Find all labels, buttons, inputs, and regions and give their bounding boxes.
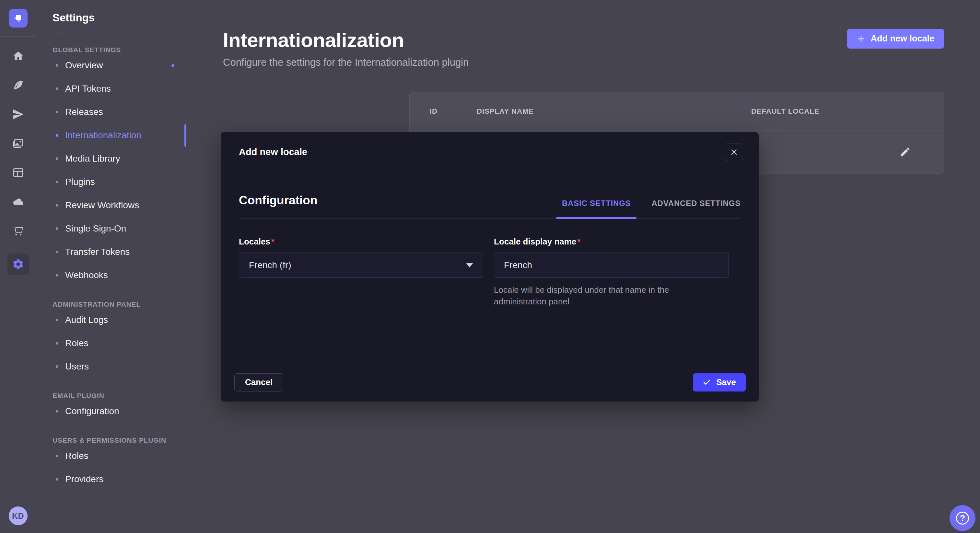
- configuration-header: Configuration BASIC SETTINGS ADVANCED SE…: [239, 194, 740, 219]
- add-new-locale-button[interactable]: Add new locale: [847, 29, 944, 49]
- sidebar-item-label: Overview: [65, 60, 103, 71]
- home-icon[interactable]: [12, 49, 25, 62]
- bullet-icon: [56, 410, 58, 412]
- locales-field: Locales* French (fr): [239, 237, 483, 307]
- section-administration-panel: ADMINISTRATION PANEL Audit Logs Roles Us…: [52, 300, 178, 378]
- column-header-display-name: DISPLAY NAME: [477, 107, 751, 116]
- page-header: Internationalization Configure the setti…: [186, 0, 980, 68]
- column-header-default-locale: DEFAULT LOCALE: [751, 107, 944, 116]
- display-name-input[interactable]: [504, 260, 719, 270]
- close-icon: [730, 148, 738, 156]
- display-name-field: Locale display name* Locale will be disp…: [494, 237, 729, 307]
- sidebar-item-label: Providers: [65, 474, 103, 484]
- sidebar-item-label: Transfer Tokens: [65, 247, 130, 257]
- rail-bottom-divider: [0, 499, 36, 499]
- bullet-icon: [56, 478, 58, 481]
- sidebar-item-plugins[interactable]: Plugins: [52, 170, 178, 194]
- save-button[interactable]: Save: [693, 373, 746, 392]
- sidebar-item-api-tokens[interactable]: API Tokens: [52, 77, 178, 100]
- media-library-icon[interactable]: [12, 137, 25, 150]
- cloud-icon[interactable]: [12, 195, 25, 208]
- settings-gear-icon[interactable]: [8, 254, 29, 275]
- required-asterisk: *: [271, 237, 275, 246]
- bullet-icon: [56, 227, 58, 230]
- modal-header: Add new locale: [221, 132, 759, 172]
- sidebar-item-label: Users: [65, 362, 89, 372]
- section-users-permissions-plugin: USERS & PERMISSIONS PLUGIN Roles Provide…: [52, 436, 178, 491]
- settings-subnav: Settings GLOBAL SETTINGS Overview API To…: [36, 0, 186, 533]
- tab-advanced-settings[interactable]: ADVANCED SETTINGS: [651, 199, 740, 218]
- cancel-button[interactable]: Cancel: [234, 373, 283, 392]
- sidebar-item-email-configuration[interactable]: Configuration: [52, 400, 178, 423]
- locales-select[interactable]: French (fr): [239, 252, 483, 278]
- bullet-icon: [56, 251, 58, 253]
- bullet-icon: [56, 342, 58, 344]
- sidebar-item-media-library[interactable]: Media Library: [52, 147, 178, 170]
- section-label: EMAIL PLUGIN: [52, 392, 178, 400]
- sidebar-item-webhooks[interactable]: Webhooks: [52, 263, 178, 287]
- content-feather-icon[interactable]: [12, 79, 25, 92]
- sidebar-item-review-workflows[interactable]: Review Workflows: [52, 194, 178, 217]
- sidebar-item-up-providers[interactable]: Providers: [52, 468, 178, 491]
- sidebar-item-audit-logs[interactable]: Audit Logs: [52, 308, 178, 332]
- configuration-title: Configuration: [239, 194, 318, 218]
- bullet-icon: [56, 204, 58, 206]
- display-name-input-wrap: [494, 252, 729, 278]
- section-email-plugin: EMAIL PLUGIN Configuration: [52, 392, 178, 423]
- section-label: USERS & PERMISSIONS PLUGIN: [52, 436, 178, 444]
- settings-title-divider: [52, 32, 68, 32]
- help-button[interactable]: ?: [950, 505, 975, 531]
- layout-icon[interactable]: [12, 166, 25, 179]
- rail-divider: [0, 36, 36, 36]
- strapi-logo-icon: [12, 12, 25, 25]
- sidebar-item-label: Plugins: [65, 177, 95, 187]
- sidebar-item-up-roles[interactable]: Roles: [52, 444, 178, 468]
- check-icon: [703, 378, 711, 387]
- bullet-icon: [56, 181, 58, 183]
- icon-rail: KD: [0, 0, 36, 533]
- bullet-icon: [56, 64, 58, 67]
- strapi-logo[interactable]: [9, 9, 27, 27]
- sidebar-item-label: Webhooks: [65, 270, 108, 281]
- table-header-row: ID DISPLAY NAME DEFAULT LOCALE: [410, 92, 944, 130]
- save-button-label: Save: [716, 377, 736, 387]
- locales-label: Locales*: [239, 237, 275, 246]
- overview-notification-dot: [172, 64, 174, 67]
- bullet-icon: [56, 274, 58, 276]
- sidebar-item-admin-users[interactable]: Users: [52, 355, 178, 378]
- question-icon: ?: [956, 512, 969, 525]
- sidebar-item-releases[interactable]: Releases: [52, 100, 178, 124]
- bullet-icon: [56, 319, 58, 321]
- modal-close-button[interactable]: [725, 143, 743, 161]
- sidebar-item-single-sign-on[interactable]: Single Sign-On: [52, 217, 178, 240]
- send-icon[interactable]: [12, 108, 25, 121]
- chevron-down-icon: [466, 263, 473, 268]
- sidebar-item-label: API Tokens: [65, 84, 111, 94]
- column-header-id: ID: [430, 107, 477, 116]
- sidebar-item-admin-roles[interactable]: Roles: [52, 332, 178, 355]
- edit-locale-button[interactable]: [899, 145, 912, 159]
- bullet-icon: [56, 87, 58, 90]
- sidebar-item-label: Internationalization: [65, 130, 141, 141]
- sidebar-item-label: Audit Logs: [65, 315, 108, 325]
- bullet-icon: [56, 455, 58, 457]
- rail-bottom: KD: [0, 499, 36, 533]
- sidebar-item-label: Review Workflows: [65, 200, 139, 211]
- sidebar-item-label: Configuration: [65, 406, 119, 416]
- sidebar-item-internationalization[interactable]: Internationalization: [52, 124, 178, 147]
- page-subtitle: Configure the settings for the Internati…: [223, 57, 944, 68]
- modal-title: Add new locale: [239, 147, 307, 157]
- bullet-icon: [56, 134, 58, 136]
- user-avatar[interactable]: KD: [9, 506, 27, 525]
- page-title: Internationalization: [223, 29, 944, 51]
- display-name-label: Locale display name*: [494, 237, 581, 246]
- tab-basic-settings[interactable]: BASIC SETTINGS: [562, 199, 631, 218]
- sidebar-item-transfer-tokens[interactable]: Transfer Tokens: [52, 240, 178, 263]
- sidebar-item-label: Media Library: [65, 154, 120, 164]
- modal-footer: Cancel Save: [221, 363, 759, 401]
- marketplace-cart-icon[interactable]: [12, 224, 25, 237]
- sidebar-item-overview[interactable]: Overview: [52, 54, 178, 77]
- modal-tabs: BASIC SETTINGS ADVANCED SETTINGS: [562, 199, 740, 218]
- section-global-settings: GLOBAL SETTINGS Overview API Tokens Rele…: [52, 46, 178, 287]
- sidebar-item-label: Single Sign-On: [65, 224, 126, 234]
